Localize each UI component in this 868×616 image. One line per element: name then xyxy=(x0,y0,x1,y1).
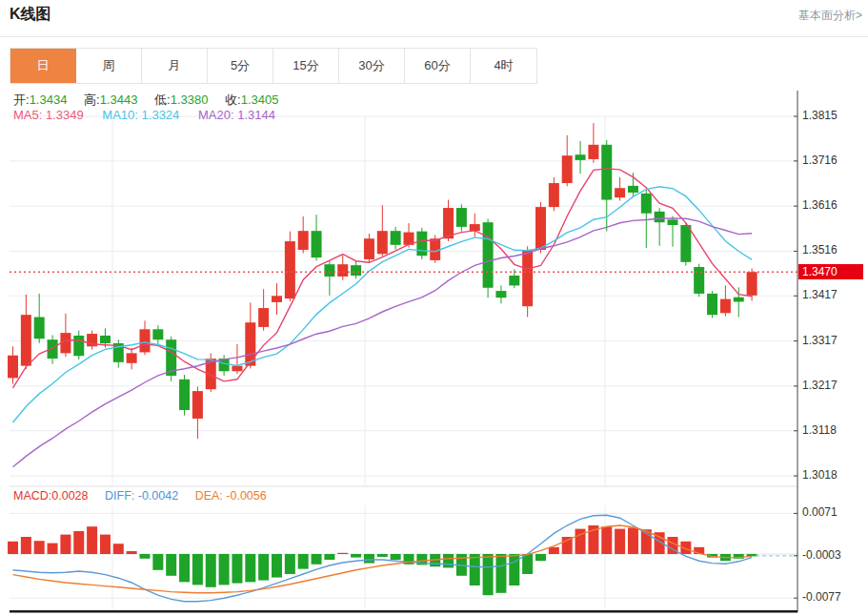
macd-bar xyxy=(60,535,71,554)
candle-body-down xyxy=(668,219,678,225)
macd-axis-label: -0.0003 xyxy=(802,548,841,562)
candle-body-down xyxy=(324,264,334,277)
candle-body-up xyxy=(127,353,137,362)
macd-bar xyxy=(483,554,494,595)
candle-body-up xyxy=(285,241,295,298)
candle-body-up xyxy=(747,272,757,296)
candle-body-down xyxy=(483,222,494,288)
macd-bar xyxy=(232,554,242,584)
candle-body-down xyxy=(312,231,322,257)
macd-bar xyxy=(127,551,137,554)
price-axis-label: 1.3815 xyxy=(802,109,838,122)
candle-body-down xyxy=(34,318,45,339)
macd-bar xyxy=(495,554,506,593)
low-value: 1.3380 xyxy=(171,92,209,107)
kline-page: K线图 基本面分析> 日周月5分15分30分60分4时 开:1.3434 高:1… xyxy=(0,0,868,616)
candle-body-up xyxy=(562,155,573,183)
candle-body-up xyxy=(377,231,388,254)
candle-body-down xyxy=(509,276,519,285)
candle-body-up xyxy=(337,264,348,277)
close-label: 收: xyxy=(225,92,241,107)
candle-body-down xyxy=(73,336,84,356)
macd-bar xyxy=(140,554,151,559)
macd-bar xyxy=(272,554,282,578)
candle-body-down xyxy=(575,154,586,160)
candle-body-up xyxy=(615,188,625,197)
candle-body-down xyxy=(351,265,361,276)
macd-bar xyxy=(100,535,111,554)
ma5-value: MA5: 1.3349 xyxy=(13,108,84,122)
dea-value: DEA: -0.0056 xyxy=(195,489,267,503)
macd-bar xyxy=(549,547,559,554)
macd-axis-label: 0.0071 xyxy=(802,505,838,519)
macd-bar xyxy=(258,554,269,581)
macd-bar xyxy=(628,527,638,554)
macd-bar xyxy=(535,554,546,561)
high-label: 高: xyxy=(84,92,100,107)
macd-bar xyxy=(615,529,625,554)
macd-bar xyxy=(601,526,612,554)
candle-body-down xyxy=(416,232,427,257)
macd-bar xyxy=(337,553,348,554)
macd-bar xyxy=(312,554,322,565)
candle-body-down xyxy=(100,336,111,343)
macd-bar xyxy=(324,554,334,560)
candle-body-up xyxy=(298,231,309,250)
macd-bar xyxy=(87,526,97,554)
candle-body-up xyxy=(140,329,151,352)
candle-body-down xyxy=(152,329,163,339)
candle-body-up xyxy=(232,366,242,372)
candle-body-up xyxy=(258,308,269,327)
macd-bar xyxy=(245,554,255,582)
macd-bar xyxy=(470,554,480,585)
candle-body-down xyxy=(641,194,652,214)
open-value: 1.3434 xyxy=(30,92,68,107)
macd-bar xyxy=(34,541,45,554)
candle-body-down xyxy=(456,208,467,227)
chart-bottom-border xyxy=(10,610,797,613)
macd-bar xyxy=(443,554,454,567)
ma-readout: MA5: 1.3349 MA10: 1.3324 MA20: 1.3144 xyxy=(13,108,275,122)
candle-body-down xyxy=(707,294,717,315)
price-axis-label: 1.3317 xyxy=(802,334,838,347)
macd-bar xyxy=(509,554,519,585)
candle-body-down xyxy=(655,212,665,222)
candle-body-up xyxy=(535,207,546,250)
macd-bar xyxy=(206,554,216,587)
macd-bar xyxy=(166,554,176,576)
macd-bar xyxy=(48,544,58,554)
macd-bar xyxy=(364,554,374,564)
high-value: 1.3443 xyxy=(100,92,138,107)
macd-bar xyxy=(562,537,573,554)
price-axis-label: 1.3616 xyxy=(802,198,838,212)
candle-body-down xyxy=(495,291,506,298)
macd-bar xyxy=(179,554,190,582)
close-value: 1.3405 xyxy=(241,92,279,107)
price-axis-label: 1.3516 xyxy=(802,243,838,257)
ma5-line xyxy=(13,169,753,388)
candle-body-down xyxy=(680,225,691,262)
diff-value: DIFF: -0.0042 xyxy=(105,489,178,503)
macd-bar xyxy=(73,531,84,554)
macd-bar xyxy=(377,554,388,557)
low-label: 低: xyxy=(154,92,171,107)
price-axis-label: 1.3018 xyxy=(802,468,838,482)
price-axis-label: 1.3417 xyxy=(802,288,838,301)
macd-value: MACD:0.0028 xyxy=(13,489,89,503)
macd-bar xyxy=(391,554,401,560)
price-axis-label: 1.3118 xyxy=(802,423,837,437)
candle-body-up xyxy=(364,238,374,259)
candle-body-down xyxy=(179,380,190,410)
macd-bar xyxy=(113,544,124,554)
candle-body-up xyxy=(588,145,598,159)
candle-body-up xyxy=(21,315,31,365)
candle-body-down xyxy=(694,267,704,294)
candle-body-down xyxy=(628,186,638,193)
candle-body-up xyxy=(8,356,18,379)
macd-bar xyxy=(351,554,361,558)
candle-body-down xyxy=(391,231,401,245)
candle-body-up xyxy=(522,250,533,306)
macd-bar xyxy=(298,554,309,569)
open-label: 开: xyxy=(13,92,30,107)
macd-bar xyxy=(192,554,203,585)
